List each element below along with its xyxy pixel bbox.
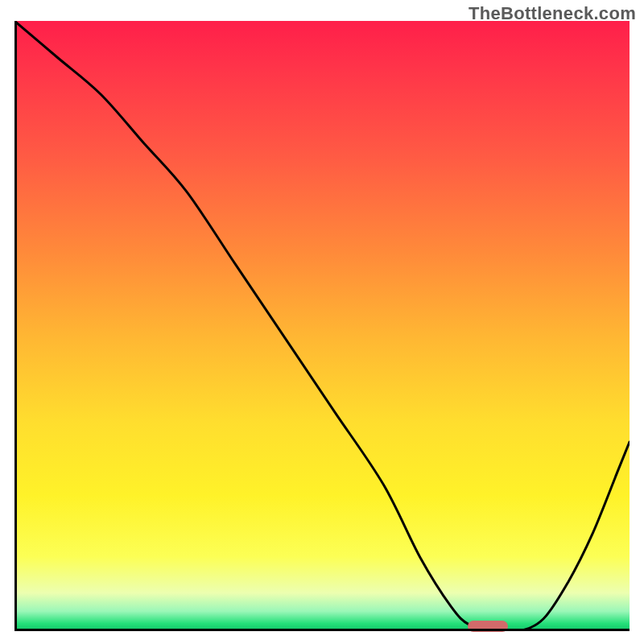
bottleneck-chart bbox=[14, 21, 630, 631]
curve-svg bbox=[14, 21, 630, 631]
bottleneck-curve-line bbox=[14, 21, 630, 631]
optimal-point-marker bbox=[468, 621, 508, 632]
plot-area bbox=[14, 21, 630, 631]
page-root: TheBottleneck.com bbox=[0, 0, 644, 644]
